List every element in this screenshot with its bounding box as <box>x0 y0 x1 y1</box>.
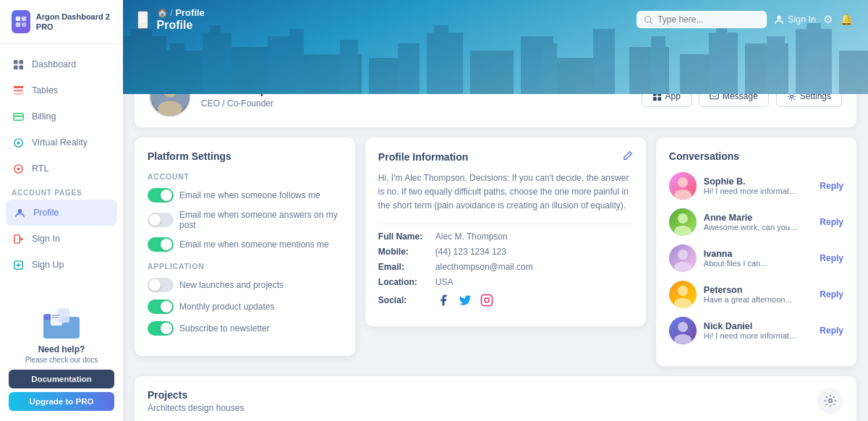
projects-section: Projects Architects design houses <box>135 376 856 421</box>
platform-settings-col: Platform Settings ACCOUNT Email me when … <box>135 137 355 366</box>
instagram-icon[interactable] <box>479 292 495 308</box>
toggle-label-5: Subscribe to newsletter <box>179 323 342 333</box>
svg-point-56 <box>645 16 651 22</box>
toggle-mentions[interactable] <box>148 237 174 252</box>
toggle-follows[interactable] <box>148 188 174 203</box>
svg-point-69 <box>790 95 793 98</box>
svg-rect-65 <box>658 94 661 95</box>
sidebar-item-label: Sign Up <box>32 260 64 270</box>
toggle-row-0: Email me when someone follows me <box>148 188 342 203</box>
profile-info-col: Profile Information Hi, I'm Alec Thompso… <box>365 137 646 366</box>
svg-rect-18 <box>14 234 20 242</box>
projects-subtitle: Architects design houses <box>148 403 244 413</box>
toggle-label-3: New launches and projects <box>179 280 342 290</box>
message-button[interactable]: Message <box>699 94 769 107</box>
convo-avatar-4 <box>669 317 697 344</box>
app-logo-icon <box>12 10 30 33</box>
toggle-newsletter[interactable] <box>148 321 174 336</box>
dashboard-icon <box>12 58 25 71</box>
docs-button[interactable]: Documentation <box>9 370 114 388</box>
three-columns: Platform Settings ACCOUNT Email me when … <box>135 137 856 366</box>
toggle-label-1: Email me when someone answers on my post <box>179 210 342 230</box>
sidebar-help: Need help? Please check our docs Documen… <box>0 294 123 421</box>
help-subtitle: Please check our docs <box>9 356 114 364</box>
account-section: ACCOUNT <box>148 172 342 181</box>
breadcrumb-home-icon: 🏠 <box>157 8 168 18</box>
projects-gear-button[interactable] <box>817 388 843 414</box>
convo-name-1: Anne Marie <box>704 213 812 223</box>
convo-item-1: Anne Marie Awesome work, can you... Repl… <box>669 208 843 236</box>
reply-button-4[interactable]: Reply <box>820 326 843 336</box>
sidebar-item-rtl[interactable]: RTL <box>0 156 123 182</box>
profile-icon <box>13 206 26 219</box>
reply-button-2[interactable]: Reply <box>820 253 843 263</box>
upgrade-button[interactable]: Upgrade to PRO <box>9 392 114 411</box>
sidebar-item-signin[interactable]: Sign In <box>0 226 123 252</box>
sidebar-item-label: Profile <box>33 208 59 218</box>
toggle-row-1: Email me when someone answers on my post <box>148 210 342 230</box>
hamburger-button[interactable]: ≡ <box>137 11 148 29</box>
svg-point-80 <box>678 250 688 260</box>
profile-role: CEO / Co-Founder <box>201 98 288 109</box>
sidebar-item-dashboard[interactable]: Dashboard <box>0 51 123 77</box>
sidebar-nav: Dashboard Tables Billing Virtual Reality… <box>0 44 123 294</box>
convo-item-4: Nick Daniel Hi! I need more information.… <box>669 317 843 344</box>
svg-point-86 <box>678 322 688 332</box>
hero-area: ≡ 🏠 / Profile Profile Sign In <box>123 0 868 94</box>
location-value: USA <box>435 277 454 287</box>
convo-info-2: Ivanna About files I can... <box>704 249 812 268</box>
sidebar-item-signup[interactable]: Sign Up <box>0 252 123 278</box>
svg-rect-36 <box>340 40 358 94</box>
svg-rect-52 <box>767 36 785 94</box>
toggle-row-5: Subscribe to newsletter <box>148 321 342 336</box>
reply-button-0[interactable]: Reply <box>820 181 843 191</box>
convo-avatar-3 <box>669 281 697 308</box>
toggle-monthly[interactable] <box>148 299 174 314</box>
sidebar-item-profile[interactable]: Profile <box>6 200 117 226</box>
svg-rect-25 <box>52 317 58 318</box>
toggle-row-4: Monthly product updates <box>148 299 342 314</box>
convo-name-2: Ivanna <box>704 249 812 259</box>
edit-icon[interactable] <box>623 150 633 163</box>
toggle-label-0: Email me when someone follows me <box>179 190 342 200</box>
convo-avatar-2 <box>669 244 697 272</box>
main-content: ≡ 🏠 / Profile Profile Sign In <box>123 0 868 421</box>
sidebar-item-label: Dashboard <box>32 59 76 69</box>
convo-name-3: Peterson <box>704 285 812 295</box>
facebook-icon[interactable] <box>435 292 451 308</box>
info-row-mobile: Mobile: (44) 123 1234 123 <box>378 247 633 257</box>
reply-button-1[interactable]: Reply <box>820 217 843 227</box>
settings-button[interactable]: Settings <box>776 94 842 107</box>
sidebar-item-tables[interactable]: Tables <box>0 77 123 103</box>
search-input[interactable] <box>658 14 752 25</box>
twitter-icon[interactable] <box>457 292 473 308</box>
sidebar-item-label: RTL <box>32 163 48 174</box>
convo-avatar-1 <box>669 208 697 236</box>
app-button[interactable]: App <box>642 94 692 107</box>
conversations-title: Conversations <box>669 150 843 162</box>
svg-rect-64 <box>652 94 656 95</box>
svg-point-58 <box>777 16 780 20</box>
svg-rect-1 <box>22 17 26 21</box>
account-section-label: ACCOUNT PAGES <box>0 182 123 200</box>
message-icon <box>710 94 719 101</box>
svg-rect-33 <box>268 36 293 94</box>
convo-info-0: Sophie B. Hi! I need more information... <box>704 177 812 195</box>
toggle-label-4: Monthly product updates <box>179 302 342 312</box>
reply-button-3[interactable]: Reply <box>820 289 843 299</box>
toggle-launches[interactable] <box>148 278 174 292</box>
settings-topbar-icon[interactable]: ⚙ <box>823 13 833 26</box>
app-icon <box>652 94 662 101</box>
sidebar-item-label: Billing <box>32 111 56 122</box>
sign-in-button[interactable]: Sign In <box>774 14 816 25</box>
toggle-row-3: New launches and projects <box>148 278 342 292</box>
info-row-social: Social: <box>378 292 633 308</box>
app-name: Argon Dashboard 2 PRO <box>36 12 111 33</box>
sidebar-item-billing[interactable]: Billing <box>0 103 123 129</box>
help-illustration <box>9 304 114 340</box>
svg-rect-29 <box>170 43 184 94</box>
toggle-answers[interactable] <box>148 213 174 227</box>
sidebar-item-vr[interactable]: Virtual Reality <box>0 129 123 156</box>
mobile-label: Mobile: <box>378 247 433 257</box>
notifications-topbar-icon[interactable]: 🔔 <box>840 13 854 26</box>
